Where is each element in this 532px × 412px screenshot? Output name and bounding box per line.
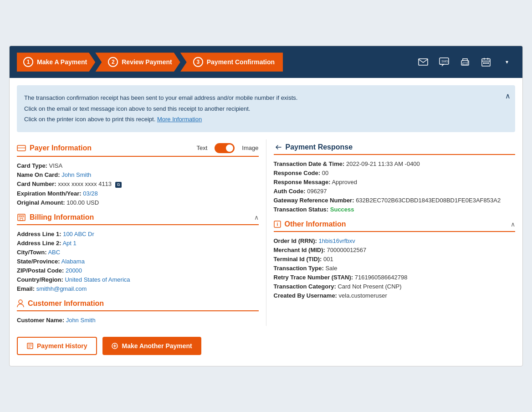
calendar-icon[interactable] — [478, 54, 494, 70]
main-container: 1 Make A Payment 2 Review Payment 3 Paym… — [9, 46, 523, 366]
other-info-title: Other Information — [274, 220, 346, 228]
step-2-number: 2 — [108, 57, 118, 67]
stepper: 1 Make A Payment 2 Review Payment 3 Paym… — [17, 52, 283, 72]
amount-row: Original Amount: 100.00 USD — [17, 199, 259, 206]
billing-info-header: Billing Information ∧ — [17, 213, 259, 225]
gateway-ref-row: Gateway Reference Number: 632B2EC702B63C… — [274, 197, 516, 204]
more-information-link[interactable]: More Information — [157, 116, 202, 123]
other-info-header: Other Information ∧ — [274, 220, 516, 232]
customer-info-title: Customer Information — [17, 299, 104, 308]
step-2-label: Review Payment — [122, 58, 172, 66]
svg-rect-8 — [486, 62, 487, 64]
svg-rect-13 — [19, 216, 21, 217]
text-image-toggle[interactable] — [215, 143, 235, 153]
other-info-collapse-btn[interactable]: ∧ — [511, 221, 515, 228]
header-icons: SMS — [415, 54, 515, 70]
email-icon[interactable] — [415, 54, 431, 70]
customer-name-row: Customer Name: John Smith — [17, 317, 259, 324]
payer-toggle: Text Image — [197, 143, 259, 153]
svg-text:SMS: SMS — [441, 60, 449, 63]
zip-row: ZIP/Postal Code: 20000 — [17, 267, 259, 274]
payment-history-button[interactable]: Payment History — [17, 337, 97, 355]
name-on-card-row: Name On Card: John Smith — [17, 171, 259, 178]
svg-rect-7 — [483, 62, 485, 64]
transaction-category-row: Transaction Category: Card Not Present (… — [274, 283, 516, 290]
step-1-label: Make A Payment — [37, 58, 87, 66]
banner-line3-text: Click on the printer icon above to print… — [24, 116, 157, 123]
step-3-number: 3 — [193, 57, 203, 67]
svg-rect-11 — [17, 147, 26, 149]
info-banner: ∧ The transaction confirmation receipt h… — [17, 85, 515, 132]
state-row: State/Province: Alabama — [17, 258, 259, 265]
make-another-payment-button[interactable]: Make Another Payment — [102, 337, 201, 355]
step-1[interactable]: 1 Make A Payment — [17, 52, 95, 72]
card-copy-icon[interactable]: ⧉ — [115, 182, 122, 188]
svg-rect-14 — [22, 216, 24, 217]
auth-code-row: Auth Code: 096297 — [274, 188, 516, 195]
banner-line1: The transaction confirmation receipt has… — [24, 93, 497, 103]
left-panel: Payer Information Text Image Card Type: … — [17, 139, 266, 326]
payer-info-header: Payer Information Text Image — [17, 143, 259, 157]
merchant-id-row: Merchant Id (MID): 700000012567 — [274, 247, 516, 253]
terminal-id-row: Terminal Id (TID): 001 — [274, 256, 516, 263]
customer-info-header: Customer Information — [17, 299, 259, 311]
banner-line3: Click on the printer icon above to print… — [24, 114, 497, 124]
payment-response-title: Payment Response — [274, 143, 353, 151]
card-type-row: Card Type: VISA — [17, 162, 259, 169]
card-number-row: Card Number: xxxx xxxx xxxx 4113 ⧉ — [17, 180, 259, 188]
svg-rect-4 — [463, 63, 467, 65]
city-row: City/Town: ABC — [17, 249, 259, 256]
payment-response-header: Payment Response — [274, 143, 516, 155]
created-by-row: Created By Username: vela.customeruser — [274, 292, 516, 299]
country-row: Country/Region: United States of America — [17, 276, 259, 283]
transaction-status-row: Transaction Status: Success — [274, 206, 516, 213]
svg-rect-0 — [419, 59, 428, 65]
step-1-number: 1 — [23, 57, 33, 67]
right-panel: Payment Response Transaction Date & Time… — [266, 139, 516, 326]
payer-info-title: Payer Information — [17, 144, 92, 152]
svg-point-16 — [19, 300, 22, 304]
step-3-label: Payment Confirmation — [207, 58, 275, 66]
dropdown-icon[interactable]: ▾ — [499, 54, 515, 70]
response-msg-row: Response Message: Approved — [274, 179, 516, 185]
step-2[interactable]: 2 Review Payment — [95, 52, 180, 72]
response-code-row: Response Code: 00 — [274, 170, 516, 176]
transaction-date-row: Transaction Date & Time: 2022-09-21 11:3… — [274, 160, 516, 167]
address2-row: Address Line 2: Apt 1 — [17, 240, 259, 247]
svg-point-5 — [467, 62, 468, 62]
retry-trace-row: Retry Trace Number (STAN): 7161960586642… — [274, 274, 516, 281]
sms-icon[interactable]: SMS — [436, 54, 452, 70]
print-icon[interactable] — [457, 54, 473, 70]
order-id-row: Order Id (RRN): 1hbis16vrfbxv — [274, 237, 516, 244]
banner-collapse-btn[interactable]: ∧ — [505, 90, 511, 103]
address1-row: Address Line 1: 100 ABC Dr — [17, 231, 259, 237]
banner-line2: Click on the email or text message icon … — [24, 103, 497, 114]
svg-rect-9 — [487, 62, 489, 64]
email-row: Email: smithh@gmail.com — [17, 285, 259, 292]
svg-rect-12 — [18, 214, 25, 221]
transaction-type-row: Transaction Type: Sale — [274, 265, 516, 272]
content-area: Payer Information Text Image Card Type: … — [10, 139, 522, 326]
footer: Payment History Make Another Payment — [10, 326, 522, 366]
header: 1 Make A Payment 2 Review Payment 3 Paym… — [10, 46, 522, 78]
step-3[interactable]: 3 Payment Confirmation — [180, 52, 283, 72]
billing-info-title: Billing Information — [17, 213, 94, 221]
billing-collapse-btn[interactable]: ∧ — [254, 214, 259, 221]
expiration-row: Expiration Month/Year: 03/28 — [17, 190, 259, 197]
